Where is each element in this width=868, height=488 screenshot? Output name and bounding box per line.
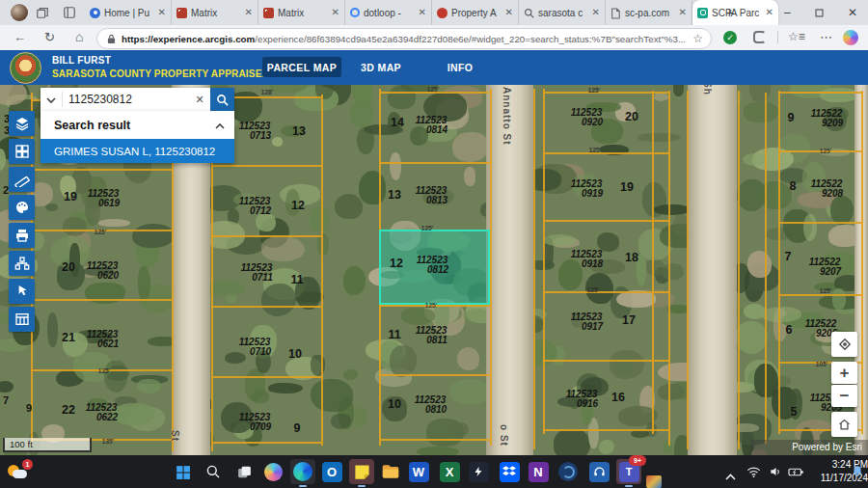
help-app-taskbar[interactable]	[586, 459, 611, 484]
tab-close-icon[interactable]: ✕	[158, 8, 166, 17]
parcel-label-0619: 1125230619	[87, 189, 120, 208]
browser-tab-scpa-parc[interactable]: SCPA Parc✕	[692, 0, 778, 25]
bookmark-star-icon[interactable]: ☆	[692, 32, 703, 45]
notification-bell-icon[interactable]	[851, 464, 864, 477]
extension-icon[interactable]	[753, 31, 766, 43]
tool-layers-button[interactable]	[9, 111, 35, 136]
onenote-taskbar[interactable]: N	[526, 459, 551, 484]
home-icon[interactable]: ⌂	[75, 29, 83, 45]
refresh-icon[interactable]: ↻	[44, 29, 55, 45]
tab-close-icon[interactable]: ✕	[766, 8, 773, 17]
zoom-in-button[interactable]: +	[831, 362, 857, 384]
tool-table-button[interactable]	[9, 307, 35, 332]
volume-icon[interactable]	[769, 465, 782, 478]
parcel-label-0919: 1125230919	[570, 179, 603, 199]
browser-tab-matrix[interactable]: Matrix✕	[258, 0, 345, 25]
browser-tab-sc-pa-com[interactable]: sc-pa.com✕	[606, 0, 692, 25]
sticky-note-icon	[353, 463, 371, 481]
browser-tab-property-a[interactable]: Property A✕	[432, 0, 519, 25]
search-result-item[interactable]: GRIMES SUSAN L, 1125230812	[41, 139, 234, 163]
security-extension-icon[interactable]: ✓	[723, 31, 737, 44]
tool-draw-button[interactable]	[9, 195, 35, 220]
search-input[interactable]: 1125230812	[62, 92, 189, 107]
teams-taskbar[interactable]: T 9+	[616, 459, 641, 484]
lot-number: 21	[62, 331, 75, 344]
locate-button[interactable]	[831, 332, 857, 357]
mail-app-taskbar[interactable]	[556, 459, 581, 484]
lightning-app-taskbar[interactable]	[466, 459, 491, 484]
file-explorer-taskbar[interactable]	[378, 459, 403, 484]
parcel-number: 0713	[238, 131, 271, 141]
browser-tab-sarasota-c[interactable]: sarasota c✕	[519, 0, 606, 25]
clear-search-icon[interactable]: ✕	[189, 94, 210, 106]
word-icon: W	[409, 462, 429, 482]
parcel-boundary-line	[211, 306, 321, 308]
nav-parcel-map[interactable]: PARCEL MAP	[262, 57, 341, 77]
vegetation-patch	[637, 133, 680, 142]
edge-label-fragment: 7	[3, 394, 9, 406]
parcel-number: 0814	[415, 125, 448, 135]
more-menu-icon[interactable]: ⋯	[820, 29, 832, 45]
back-icon[interactable]: ←	[14, 29, 26, 45]
weather-widget[interactable]: 1	[6, 459, 31, 484]
browser-tab-matrix[interactable]: Matrix✕	[172, 0, 258, 25]
excel-taskbar[interactable]: X	[437, 459, 462, 484]
new-tab-button[interactable]: +	[725, 4, 734, 20]
task-view-button[interactable]	[231, 459, 257, 484]
tool-measure-button[interactable]	[9, 167, 35, 192]
windows-taskbar: 1 O W X	[0, 455, 868, 488]
tab-close-icon[interactable]: ✕	[679, 8, 687, 17]
tool-share-button[interactable]	[9, 251, 35, 276]
parcel-number: 0812	[416, 265, 448, 275]
workspaces-icon[interactable]	[36, 6, 49, 19]
vegetation-patch	[350, 99, 373, 127]
dropbox-taskbar[interactable]	[497, 459, 522, 484]
parcel-boundary-line	[379, 439, 490, 441]
edge-taskbar[interactable]	[290, 459, 315, 484]
tab-close-icon[interactable]: ✕	[592, 8, 600, 17]
vegetation-patch	[749, 85, 770, 102]
zoom-out-button[interactable]: −	[831, 385, 857, 407]
copilot-taskbar[interactable]	[260, 459, 285, 484]
parcel-label-9207: 1125229207	[808, 258, 841, 277]
parcel-map[interactable]: 1125230619191125230620201125230621211125…	[0, 85, 868, 455]
wifi-icon[interactable]	[746, 465, 760, 478]
window-close-button[interactable]: ✕	[848, 1, 857, 24]
taskbar-search[interactable]	[201, 459, 226, 484]
esri-attribution: Powered by Esri	[750, 440, 868, 455]
sticky-notes-taskbar[interactable]	[349, 459, 374, 484]
tab-close-icon[interactable]: ✕	[505, 8, 513, 17]
word-taskbar[interactable]: W	[406, 459, 431, 484]
parcel-label-9208: 1125229208	[810, 179, 843, 199]
tool-select-button[interactable]	[9, 279, 35, 304]
tab-close-icon[interactable]: ✕	[332, 8, 339, 17]
nav-3d-map[interactable]: 3D MAP	[359, 57, 403, 77]
tool-basemap-button[interactable]	[9, 139, 35, 164]
street-label: Sh	[702, 85, 713, 106]
window-minimize-button[interactable]: –	[784, 1, 791, 24]
vertical-tabs-icon[interactable]	[63, 6, 76, 19]
browser-tab-dotloop-[interactable]: dotloop -✕	[345, 0, 432, 25]
tray-chevron-icon[interactable]	[725, 467, 739, 480]
collapse-results-icon[interactable]	[215, 119, 225, 132]
tool-print-button[interactable]	[9, 223, 35, 248]
search-result-header-label: Search result	[54, 119, 130, 132]
vegetation-patch	[464, 167, 475, 186]
outlook-taskbar[interactable]: O	[319, 459, 344, 484]
home-extent-button[interactable]	[831, 412, 857, 437]
parcel-boundary-line	[668, 91, 670, 446]
window-restore-button[interactable]	[815, 1, 824, 24]
browser-profile-avatar[interactable]	[11, 4, 28, 21]
browser-tab-home-pu[interactable]: Home | Pu✕	[85, 0, 172, 25]
search-type-dropdown-icon[interactable]	[41, 91, 62, 108]
tab-close-icon[interactable]: ✕	[245, 8, 253, 17]
copilot-icon[interactable]	[843, 30, 858, 45]
url-field[interactable]: https://experience.arcgis.com/experience…	[96, 28, 712, 49]
favorites-icon[interactable]: ☆≡	[788, 29, 805, 45]
vegetation-patch	[112, 403, 155, 425]
search-button[interactable]	[210, 88, 234, 111]
nav-info[interactable]: INFO	[442, 57, 478, 77]
battery-icon[interactable]	[788, 465, 801, 478]
start-button[interactable]	[170, 459, 195, 484]
tab-close-icon[interactable]: ✕	[419, 8, 426, 17]
